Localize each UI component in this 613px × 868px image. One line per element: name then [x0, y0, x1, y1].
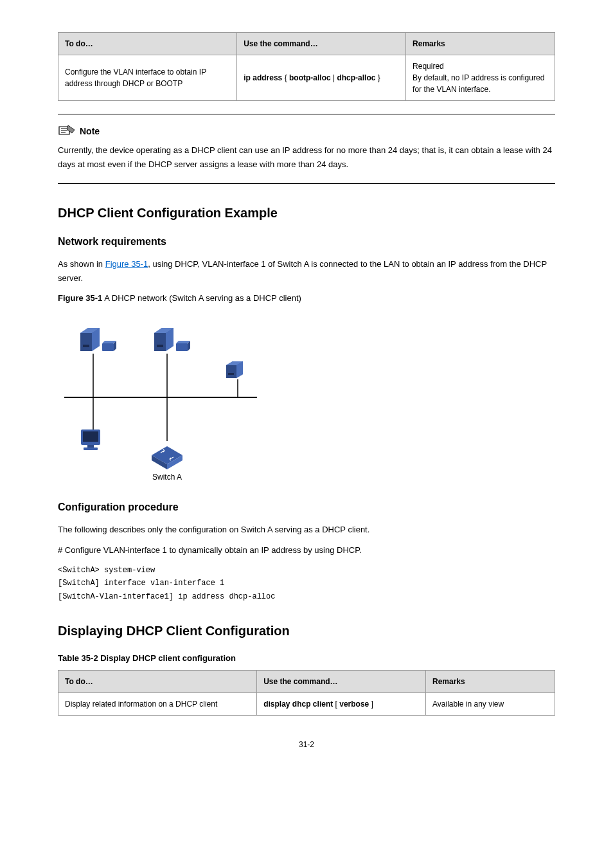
th2-todo: To do…	[58, 670, 257, 692]
th2-remarks: Remarks	[426, 670, 555, 692]
svg-rect-6	[83, 345, 89, 347]
note-box: Note Currently, the device operating as …	[58, 114, 555, 184]
figure-label: Figure 35-1	[58, 293, 102, 303]
netreq-paragraph: As shown in Figure 35-1, using DHCP, VLA…	[58, 257, 555, 285]
cell-command: ip address { bootp-alloc | dhcp-alloc }	[237, 55, 406, 101]
table-row: Configure the VLAN interface to obtain I…	[58, 55, 555, 101]
page-number: 31-2	[58, 739, 555, 750]
figure-caption: Figure 35-1 A DHCP network (Switch A ser…	[58, 292, 555, 305]
cell-remarks: Required By default, no IP address is co…	[406, 55, 555, 101]
figure-caption-text: A DHCP network (Switch A serving as a DH…	[102, 293, 301, 303]
svg-rect-9	[176, 343, 188, 351]
note-label: Note	[80, 125, 100, 138]
display-table: To do… Use the command… Remarks Display …	[58, 670, 555, 716]
network-diagram: Switch A	[58, 314, 270, 484]
switch-label: Switch A	[152, 473, 182, 482]
heading-config-example: DHCP Client Configuration Example	[58, 203, 555, 222]
svg-rect-12	[83, 431, 98, 442]
cmd-text: ip address { bootp-alloc | dhcp-alloc }	[244, 73, 380, 82]
th2-command: Use the command…	[257, 670, 426, 692]
svg-rect-8	[157, 345, 163, 347]
svg-rect-7	[102, 343, 114, 351]
th-todo: To do…	[58, 33, 237, 55]
svg-rect-14	[84, 448, 98, 450]
config-table: To do… Use the command… Remarks Configur…	[58, 32, 555, 101]
heading-display: Displaying DHCP Client Configuration	[58, 621, 555, 640]
heading-network-requirements: Network requirements	[58, 234, 555, 249]
remarks-required: Required	[413, 60, 548, 72]
figure-link[interactable]: Figure 35-1	[105, 259, 148, 269]
note-header: Note	[58, 124, 555, 138]
proc-desc: The following describes only the configu…	[58, 523, 555, 537]
table-row: Display related information on a DHCP cl…	[58, 692, 555, 715]
heading-config-procedure: Configuration procedure	[58, 500, 555, 515]
cell2-todo: Display related information on a DHCP cl…	[58, 692, 257, 715]
code-block: <SwitchA> system-view [SwitchA] interfac…	[58, 564, 555, 603]
svg-rect-10	[228, 373, 234, 375]
netreq-text-a: As shown in	[58, 259, 105, 269]
th-remarks: Remarks	[406, 33, 555, 55]
cell2-command: display dhcp client [ verbose ]	[257, 692, 426, 715]
cell2-remarks: Available in any view	[426, 692, 555, 715]
table2-caption: Table 35-2 Display DHCP client configura…	[58, 652, 555, 665]
cell-todo: Configure the VLAN interface to obtain I…	[58, 55, 237, 101]
proc-step: # Configure VLAN-interface 1 to dynamica…	[58, 543, 555, 557]
remarks-default: By default, no IP address is configured …	[413, 72, 548, 95]
note-text: Currently, the device operating as a DHC…	[58, 143, 555, 172]
th-command: Use the command…	[237, 33, 406, 55]
note-icon	[58, 124, 76, 138]
svg-rect-13	[87, 445, 94, 448]
